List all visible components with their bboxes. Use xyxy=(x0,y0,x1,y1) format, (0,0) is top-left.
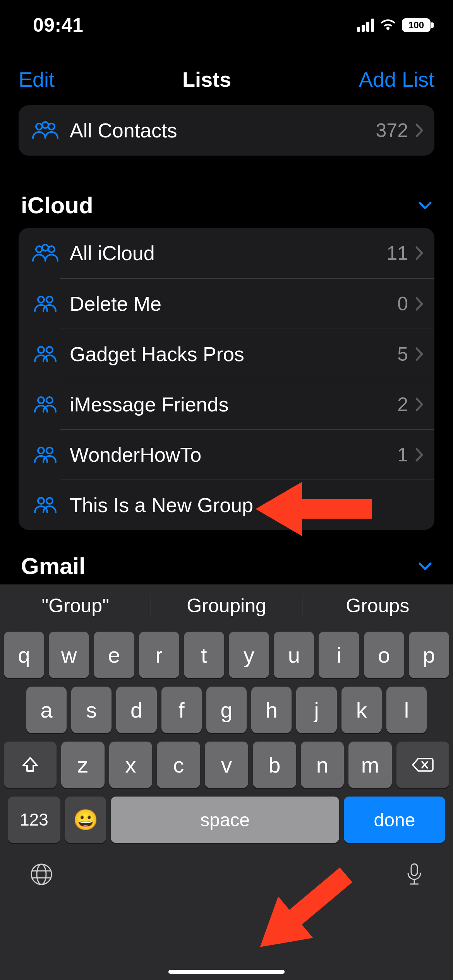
list-label: iMessage Friends xyxy=(60,393,397,416)
key-k[interactable]: k xyxy=(341,687,382,733)
list-row-imessage-friends[interactable]: iMessage Friends 2 xyxy=(19,379,434,429)
space-key[interactable]: space xyxy=(111,797,339,843)
key-x[interactable]: x xyxy=(109,742,153,788)
key-p[interactable]: p xyxy=(409,632,449,678)
status-bar: 09:41 100 xyxy=(0,0,453,50)
section-header-icloud[interactable]: iCloud xyxy=(19,178,434,228)
pair-icon xyxy=(30,294,60,313)
people-icon xyxy=(30,121,60,140)
key-v[interactable]: v xyxy=(205,742,248,788)
list-row-delete-me[interactable]: Delete Me 0 xyxy=(19,278,434,329)
key-d[interactable]: d xyxy=(116,687,156,733)
svg-point-6 xyxy=(38,296,44,303)
pair-icon xyxy=(30,344,60,363)
key-h[interactable]: h xyxy=(251,687,292,733)
key-a[interactable]: a xyxy=(26,687,67,733)
key-y[interactable]: y xyxy=(229,632,269,678)
list-count: 2 xyxy=(397,393,408,416)
key-e[interactable]: e xyxy=(94,632,134,678)
list-label: WonderHowTo xyxy=(60,443,397,466)
new-group-input[interactable]: This Is a New Group xyxy=(60,493,424,517)
all-contacts-label: All Contacts xyxy=(60,119,376,142)
all-contacts-row[interactable]: All Contacts 372 xyxy=(19,105,434,156)
svg-point-4 xyxy=(42,245,48,251)
backspace-key[interactable] xyxy=(396,742,449,788)
svg-point-8 xyxy=(38,347,44,353)
list-label: All iCloud xyxy=(60,242,386,265)
list-count: 0 xyxy=(397,293,408,315)
key-q[interactable]: q xyxy=(4,632,44,678)
key-t[interactable]: t xyxy=(184,632,224,678)
status-indicators: 100 xyxy=(357,18,434,32)
list-label: Delete Me xyxy=(60,292,397,315)
pair-icon xyxy=(30,395,60,413)
add-list-button[interactable]: Add List xyxy=(359,67,434,91)
section-title: iCloud xyxy=(21,192,93,219)
svg-point-3 xyxy=(36,246,42,252)
section-header-gmail[interactable]: Gmail xyxy=(19,539,434,589)
key-w[interactable]: w xyxy=(49,632,89,678)
key-l[interactable]: l xyxy=(386,687,427,733)
list-row-gadget-hacks[interactable]: Gadget Hacks Pros 5 xyxy=(19,329,434,379)
key-b[interactable]: b xyxy=(253,742,296,788)
dictation-icon[interactable] xyxy=(406,862,423,886)
list-row-all-icloud[interactable]: All iCloud 11 xyxy=(19,228,434,278)
key-c[interactable]: c xyxy=(157,742,200,788)
key-m[interactable]: m xyxy=(348,742,392,788)
home-indicator[interactable] xyxy=(168,970,285,974)
key-u[interactable]: u xyxy=(274,632,314,678)
globe-icon[interactable] xyxy=(30,863,53,886)
list-count: 1 xyxy=(397,444,408,466)
key-z[interactable]: z xyxy=(61,742,105,788)
emoji-icon: 😀 xyxy=(73,808,98,832)
key-f[interactable]: f xyxy=(161,687,202,733)
pair-icon xyxy=(30,495,60,514)
svg-rect-19 xyxy=(411,864,417,875)
key-r[interactable]: r xyxy=(139,632,179,678)
shift-key[interactable] xyxy=(4,742,57,788)
edit-button[interactable]: Edit xyxy=(19,67,55,91)
key-j[interactable]: j xyxy=(296,687,336,733)
icloud-lists-card: All iCloud 11 Delete Me 0 xyxy=(19,228,434,530)
list-row-wonderhowto[interactable]: WonderHowTo 1 xyxy=(19,429,434,480)
list-row-new-group[interactable]: This Is a New Group xyxy=(19,480,434,530)
done-key[interactable]: done xyxy=(344,797,445,843)
people-icon xyxy=(30,244,60,262)
chevron-right-icon xyxy=(415,296,424,311)
navigation-bar: Edit Lists Add List xyxy=(0,58,453,101)
svg-point-15 xyxy=(46,498,53,504)
pair-icon xyxy=(30,445,60,464)
list-count: 11 xyxy=(386,242,408,264)
suggestion-2[interactable]: Grouping xyxy=(151,595,302,617)
svg-point-18 xyxy=(37,864,46,884)
keyboard: "Group" Grouping Groups q w e r t y u i … xyxy=(0,584,453,980)
svg-point-9 xyxy=(46,347,53,353)
suggestion-3[interactable]: Groups xyxy=(302,595,453,617)
key-o[interactable]: o xyxy=(364,632,404,678)
chevron-right-icon xyxy=(415,447,424,462)
svg-point-2 xyxy=(48,123,55,130)
status-time: 09:41 xyxy=(33,14,83,36)
key-g[interactable]: g xyxy=(206,687,247,733)
svg-point-11 xyxy=(46,397,53,403)
cellular-icon xyxy=(357,19,374,32)
chevron-right-icon xyxy=(415,397,424,412)
emoji-key[interactable]: 😀 xyxy=(65,797,106,843)
svg-point-0 xyxy=(36,123,42,130)
chevron-right-icon xyxy=(415,347,424,362)
chevron-right-icon xyxy=(415,123,424,138)
svg-point-1 xyxy=(42,122,48,128)
key-s[interactable]: s xyxy=(71,687,112,733)
svg-point-5 xyxy=(48,246,55,252)
key-n[interactable]: n xyxy=(301,742,344,788)
list-count: 5 xyxy=(397,343,408,365)
suggestion-1[interactable]: "Group" xyxy=(0,595,151,617)
numbers-key[interactable]: 123 xyxy=(8,797,60,843)
list-label: Gadget Hacks Pros xyxy=(60,343,397,366)
page-title: Lists xyxy=(182,67,231,91)
suggestion-bar: "Group" Grouping Groups xyxy=(0,584,453,627)
key-i[interactable]: i xyxy=(319,632,359,678)
section-title: Gmail xyxy=(21,553,86,579)
all-contacts-count: 372 xyxy=(376,119,408,142)
svg-point-14 xyxy=(38,498,44,504)
